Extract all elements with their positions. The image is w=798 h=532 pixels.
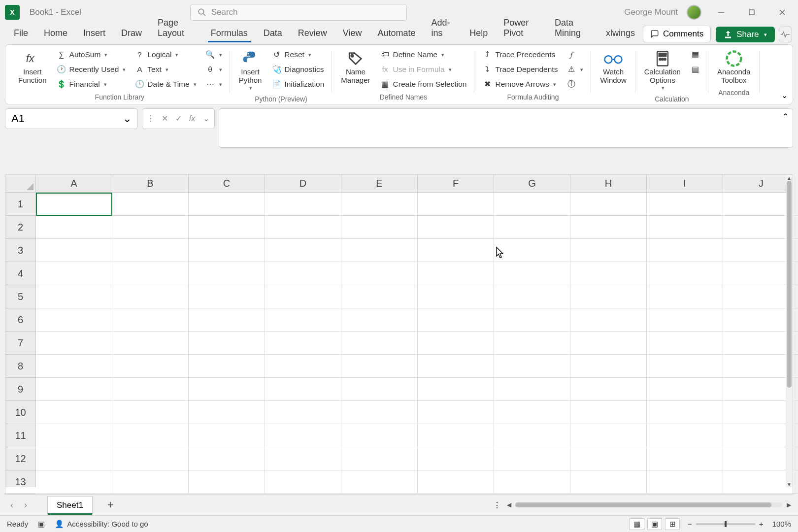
user-name[interactable]: George Mount	[624, 7, 678, 17]
cell[interactable]	[570, 470, 647, 494]
watch-window-button[interactable]: Watch Window	[596, 48, 630, 87]
column-header[interactable]: A	[36, 175, 112, 192]
cell[interactable]	[647, 447, 723, 470]
cell[interactable]	[189, 424, 265, 447]
cell[interactable]	[189, 332, 265, 355]
row-header[interactable]: 1	[5, 193, 35, 216]
share-button[interactable]: Share ▾	[716, 27, 774, 42]
name-box[interactable]: A1 ⌄	[5, 108, 138, 129]
sheet-next-button[interactable]: ›	[19, 500, 33, 510]
cell[interactable]	[418, 216, 494, 239]
cell[interactable]	[36, 424, 112, 447]
normal-view-button[interactable]: ▦	[630, 518, 644, 530]
scroll-down-icon[interactable]: ▼	[786, 481, 793, 487]
page-break-view-button[interactable]: ⊞	[665, 518, 680, 530]
cell[interactable]	[647, 332, 723, 355]
cell[interactable]	[570, 216, 647, 239]
cell[interactable]	[341, 308, 418, 332]
tab-data[interactable]: Data	[256, 25, 290, 42]
cell[interactable]	[265, 239, 341, 262]
cell[interactable]	[341, 447, 418, 470]
cell[interactable]	[36, 216, 112, 239]
cell[interactable]	[265, 262, 341, 285]
minimize-button[interactable]	[710, 4, 732, 21]
cell[interactable]	[36, 355, 112, 378]
cell[interactable]	[112, 447, 189, 470]
cell[interactable]	[647, 424, 723, 447]
cell[interactable]	[189, 308, 265, 332]
cell[interactable]	[494, 262, 570, 285]
cell[interactable]	[189, 401, 265, 424]
cell[interactable]	[189, 239, 265, 262]
row-header[interactable]: 7	[5, 332, 35, 355]
cell[interactable]	[341, 262, 418, 285]
cell[interactable]	[112, 401, 189, 424]
macro-record-icon[interactable]: ▣	[38, 520, 45, 529]
calculation-options-button[interactable]: Calculation Options ▾	[640, 48, 685, 93]
cell[interactable]	[494, 332, 570, 355]
formula-input[interactable]: ⌃	[219, 108, 793, 148]
maximize-button[interactable]	[741, 4, 763, 21]
chevron-down-icon[interactable]: ⌄	[200, 114, 211, 123]
cell[interactable]	[418, 447, 494, 470]
cell[interactable]	[189, 285, 265, 308]
row-header[interactable]: 13	[5, 470, 35, 494]
cell[interactable]	[570, 308, 647, 332]
cell[interactable]	[341, 424, 418, 447]
cell[interactable]	[189, 262, 265, 285]
cell[interactable]	[418, 401, 494, 424]
scroll-track[interactable]	[515, 502, 782, 507]
cell[interactable]	[494, 355, 570, 378]
cell[interactable]	[265, 447, 341, 470]
cell[interactable]	[570, 378, 647, 401]
row-header[interactable]: 9	[5, 378, 35, 401]
cell[interactable]	[36, 378, 112, 401]
cell[interactable]	[112, 378, 189, 401]
cell[interactable]	[570, 239, 647, 262]
column-header[interactable]: G	[494, 175, 570, 192]
column-header[interactable]: H	[570, 175, 647, 192]
name-manager-button[interactable]: Name Manager	[337, 48, 374, 87]
insert-python-button[interactable]: Insert Python ▾	[235, 48, 266, 93]
cell[interactable]	[570, 332, 647, 355]
cell[interactable]	[494, 239, 570, 262]
tab-addins[interactable]: Add-ins	[424, 15, 462, 42]
vertical-scrollbar[interactable]: ▲ ▼	[786, 175, 793, 487]
cell[interactable]	[341, 401, 418, 424]
cell[interactable]	[341, 216, 418, 239]
cell[interactable]	[570, 424, 647, 447]
comments-button[interactable]: Comments	[643, 26, 711, 42]
zoom-thumb[interactable]	[725, 521, 727, 527]
cell[interactable]	[341, 193, 418, 216]
cell[interactable]	[265, 308, 341, 332]
close-button[interactable]	[771, 4, 793, 21]
cell[interactable]	[112, 332, 189, 355]
cell[interactable]	[36, 332, 112, 355]
cell[interactable]	[265, 216, 341, 239]
math-button[interactable]: θ▾	[202, 63, 225, 76]
add-sheet-button[interactable]: +	[107, 499, 114, 511]
tab-insert[interactable]: Insert	[75, 25, 113, 42]
cell[interactable]	[494, 216, 570, 239]
column-header[interactable]: E	[341, 175, 418, 192]
tab-home[interactable]: Home	[36, 25, 75, 42]
cell[interactable]	[265, 355, 341, 378]
cell[interactable]	[494, 447, 570, 470]
tab-data-mining[interactable]: Data Mining	[547, 15, 598, 42]
cell[interactable]	[418, 285, 494, 308]
cell[interactable]	[647, 216, 723, 239]
cell[interactable]	[494, 401, 570, 424]
cell[interactable]	[418, 470, 494, 494]
tab-review[interactable]: Review	[290, 25, 335, 42]
cell[interactable]	[418, 424, 494, 447]
tab-power-pivot[interactable]: Power Pivot	[496, 15, 547, 42]
cell[interactable]	[494, 378, 570, 401]
cell[interactable]	[189, 216, 265, 239]
cell[interactable]	[494, 308, 570, 332]
date-time-button[interactable]: 🕒Date & Time▾	[132, 77, 199, 91]
cell[interactable]	[494, 424, 570, 447]
ribbon-collapse-button[interactable]: ⌄	[781, 91, 788, 100]
cell[interactable]	[418, 378, 494, 401]
cancel-icon[interactable]: ✕	[159, 114, 170, 123]
sheet-prev-button[interactable]: ‹	[5, 500, 19, 510]
